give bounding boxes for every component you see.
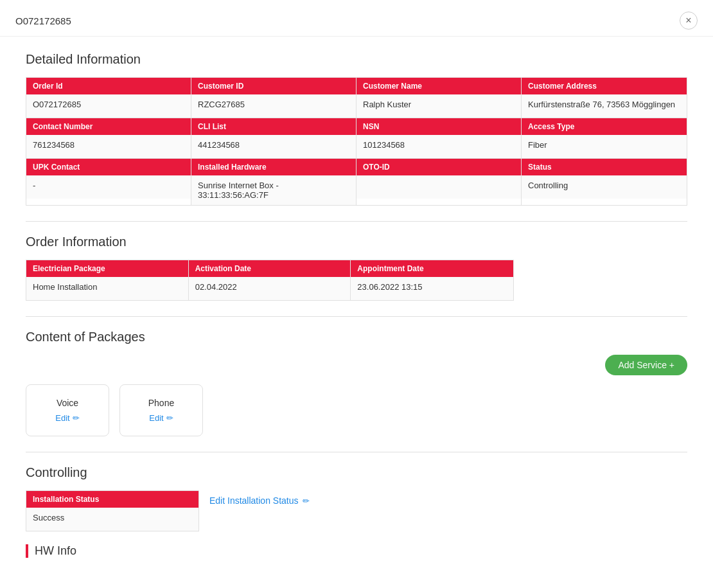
main-content: Detailed Information Order Id O072172685… bbox=[0, 37, 713, 573]
contact-number-cell: Contact Number 761234568 bbox=[26, 118, 191, 159]
order-id-label: Order Id bbox=[26, 78, 191, 94]
order-id-cell: Order Id O072172685 bbox=[26, 78, 191, 118]
installation-status-cell: Installation Status Success bbox=[26, 490, 199, 531]
appointment-date-label: Appointment Date bbox=[351, 260, 513, 277]
installation-status-value: Success bbox=[26, 508, 198, 531]
cli-list-label: CLI List bbox=[191, 118, 356, 135]
phone-edit-link[interactable]: Edit ✏ bbox=[149, 413, 173, 423]
close-button[interactable]: × bbox=[680, 12, 698, 30]
customer-id-cell: Customer ID RZCG27685 bbox=[191, 78, 356, 118]
nsn-value: 101234568 bbox=[356, 135, 521, 158]
voice-edit-pencil-icon: ✏ bbox=[73, 413, 80, 423]
voice-edit-link[interactable]: Edit ✏ bbox=[55, 413, 79, 423]
page-header: O072172685 × bbox=[0, 0, 713, 37]
status-value: Controlling bbox=[522, 175, 687, 199]
oto-id-cell: OTO-ID bbox=[356, 159, 522, 205]
hw-info-section: HW Info bbox=[26, 544, 687, 558]
voice-package-card: Voice Edit ✏ bbox=[26, 384, 109, 436]
voice-package-name: Voice bbox=[57, 398, 78, 408]
packages-cards: Voice Edit ✏ Phone Edit ✏ bbox=[26, 384, 687, 436]
nsn-label: NSN bbox=[356, 118, 521, 135]
divider-2 bbox=[26, 316, 687, 317]
electrician-package-label: Electrician Package bbox=[26, 260, 188, 277]
controlling-title: Controlling bbox=[26, 465, 687, 480]
customer-address-cell: Customer Address Kurfürstenstraße 76, 73… bbox=[522, 78, 687, 118]
contact-number-label: Contact Number bbox=[26, 118, 191, 135]
divider-3 bbox=[26, 452, 687, 452]
cli-list-value: 441234568 bbox=[191, 135, 356, 158]
installation-status-label: Installation Status bbox=[26, 491, 198, 508]
upk-contact-label: UPK Contact bbox=[26, 159, 191, 175]
detailed-info-title: Detailed Information bbox=[26, 52, 687, 67]
edit-status-container: Edit Installation Status ✏ bbox=[209, 490, 687, 506]
packages-title: Content of Packages bbox=[26, 330, 145, 344]
installed-hardware-cell: Installed Hardware Sunrise Internet Box … bbox=[191, 159, 356, 205]
customer-name-label: Customer Name bbox=[356, 78, 521, 94]
customer-name-value: Ralph Kuster bbox=[356, 94, 521, 118]
add-service-button[interactable]: Add Service + bbox=[605, 355, 687, 375]
edit-status-pencil-icon: ✏ bbox=[303, 496, 310, 506]
hw-info-title: HW Info bbox=[26, 544, 687, 558]
customer-address-label: Customer Address bbox=[522, 78, 687, 94]
page-title: O072172685 bbox=[15, 15, 71, 26]
packages-header: Content of Packages bbox=[26, 330, 687, 344]
controlling-grid: Installation Status Success Edit Install… bbox=[26, 490, 687, 531]
contact-number-value: 761234568 bbox=[26, 135, 191, 158]
phone-edit-pencil-icon: ✏ bbox=[166, 413, 173, 423]
status-label: Status bbox=[522, 159, 687, 175]
appointment-date-cell: Appointment Date 23.06.2022 13:15 bbox=[351, 260, 513, 300]
activation-date-cell: Activation Date 02.04.2022 bbox=[189, 260, 351, 300]
customer-id-label: Customer ID bbox=[191, 78, 356, 94]
nsn-cell: NSN 101234568 bbox=[356, 118, 522, 159]
access-type-label: Access Type bbox=[522, 118, 687, 135]
upk-contact-cell: UPK Contact - bbox=[26, 159, 191, 205]
upk-contact-value: - bbox=[26, 175, 191, 199]
detailed-info-grid: Order Id O072172685 Customer ID RZCG2768… bbox=[26, 77, 687, 206]
edit-installation-status-link[interactable]: Edit Installation Status ✏ bbox=[209, 490, 687, 506]
order-id-value: O072172685 bbox=[26, 94, 191, 118]
activation-date-value: 02.04.2022 bbox=[189, 277, 351, 300]
appointment-date-value: 23.06.2022 13:15 bbox=[351, 277, 513, 300]
phone-package-name: Phone bbox=[148, 398, 174, 408]
order-info-grid: Electrician Package Home Installation Ac… bbox=[26, 260, 514, 301]
customer-address-value: Kurfürstenstraße 76, 73563 Mögglingen bbox=[522, 94, 687, 118]
controlling-section: Controlling Installation Status Success … bbox=[26, 465, 687, 531]
oto-id-label: OTO-ID bbox=[356, 159, 521, 175]
customer-name-cell: Customer Name Ralph Kuster bbox=[356, 78, 522, 118]
installed-hardware-label: Installed Hardware bbox=[191, 159, 356, 175]
installed-hardware-value: Sunrise Internet Box - 33:11:33:56:AG:7F bbox=[191, 175, 356, 205]
oto-id-value bbox=[356, 175, 521, 199]
activation-date-label: Activation Date bbox=[189, 260, 351, 277]
access-type-value: Fiber bbox=[522, 135, 687, 158]
phone-package-card: Phone Edit ✏ bbox=[119, 384, 203, 436]
status-cell: Status Controlling bbox=[522, 159, 687, 205]
electrician-package-value: Home Installation bbox=[26, 277, 188, 300]
cli-list-cell: CLI List 441234568 bbox=[191, 118, 356, 159]
electrician-package-cell: Electrician Package Home Installation bbox=[26, 260, 189, 300]
divider-1 bbox=[26, 221, 687, 222]
access-type-cell: Access Type Fiber bbox=[522, 118, 687, 159]
order-info-title: Order Information bbox=[26, 235, 687, 249]
customer-id-value: RZCG27685 bbox=[191, 94, 356, 118]
